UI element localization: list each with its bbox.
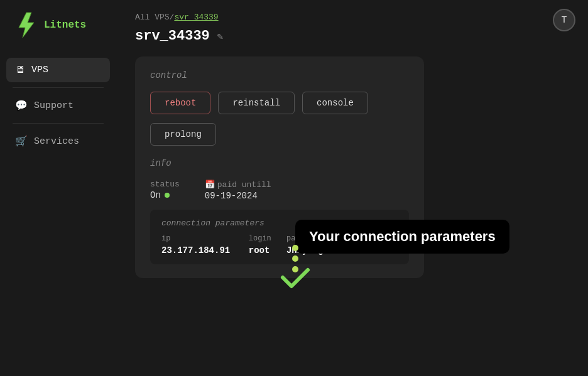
page-title-row: srv_34339 ✎ (135, 28, 569, 44)
paid-until-label: 📅paid untill (205, 180, 271, 190)
main-content: All VPS/svr_34339 srv_34339 ✎ control re… (116, 0, 588, 376)
prolong-row: prolong (150, 123, 409, 146)
arrow-dots-svg (276, 245, 314, 295)
control-buttons: reboot reinstall console (150, 92, 409, 114)
control-section-title: control (150, 70, 409, 80)
sidebar-nav: 🖥 VPS 💬 Support 🛒 Services (0, 53, 116, 159)
info-section-title: info (150, 158, 409, 168)
reboot-button[interactable]: reboot (150, 92, 210, 114)
col-ip: ip (161, 234, 249, 245)
logo-area: Litnets (0, 0, 116, 53)
sidebar-label-services: Services (34, 136, 79, 147)
status-dot (165, 193, 170, 198)
info-section: info status On 📅paid untill 09-19-2024 (150, 158, 409, 201)
page-title: srv_34339 (135, 28, 210, 44)
logo-icon (11, 10, 41, 40)
services-icon: 🛒 (15, 135, 28, 148)
val-ip: 23.177.184.91 (161, 245, 249, 255)
status-label: status (150, 180, 180, 189)
edit-icon[interactable]: ✎ (217, 30, 224, 43)
sidebar-separator-2 (13, 123, 104, 124)
prolong-button[interactable]: prolong (150, 123, 216, 146)
paid-until-col: 📅paid untill 09-19-2024 (205, 180, 271, 201)
svg-marker-0 (19, 13, 34, 38)
reinstall-button[interactable]: reinstall (218, 92, 295, 114)
sidebar-item-vps[interactable]: 🖥 VPS (6, 58, 110, 82)
svg-point-3 (292, 266, 298, 272)
sidebar-separator-1 (13, 87, 104, 88)
breadcrumb: All VPS/svr_34339 (135, 13, 569, 22)
console-button[interactable]: console (302, 92, 368, 114)
status-row: On (150, 190, 180, 200)
breadcrumb-all-vps[interactable]: All VPS (135, 13, 170, 22)
col-login: login (249, 234, 286, 245)
avatar[interactable]: T (553, 9, 575, 31)
sidebar-label-vps: VPS (31, 65, 48, 75)
tooltip: Your connection parameters (295, 220, 509, 254)
sidebar-label-support: Support (34, 100, 74, 111)
svg-point-1 (292, 245, 298, 251)
status-col: status On (150, 180, 180, 200)
logo-text: Litnets (44, 19, 86, 31)
support-icon: 💬 (15, 99, 28, 112)
status-value: On (150, 190, 161, 200)
paid-until-value: 09-19-2024 (205, 191, 271, 201)
top-bar: T (553, 9, 575, 31)
svg-point-2 (292, 255, 298, 262)
sidebar-item-services[interactable]: 🛒 Services (6, 129, 110, 154)
sidebar: Litnets 🖥 VPS 💬 Support 🛒 Services (0, 0, 116, 376)
breadcrumb-current[interactable]: svr_34339 (174, 13, 218, 22)
sidebar-item-support[interactable]: 💬 Support (6, 93, 110, 118)
vps-icon: 🖥 (15, 64, 25, 76)
